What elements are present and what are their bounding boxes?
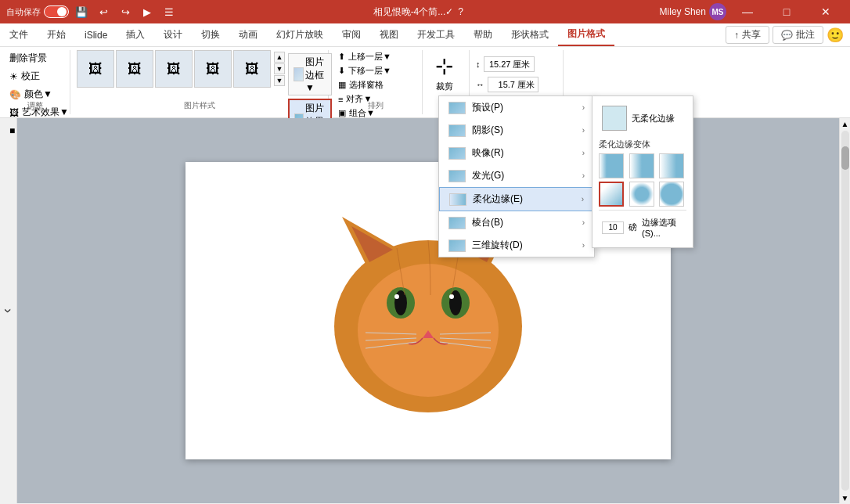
preset-label: 预设(P) <box>472 101 503 114</box>
soft-edge-variant-2[interactable] <box>629 153 654 178</box>
document-title: 相见恨晚-4个简...✓ <box>373 5 454 19</box>
minimize-button[interactable]: — <box>729 0 765 23</box>
tab-help[interactable]: 帮助 <box>464 23 502 46</box>
shadow-icon <box>448 124 466 137</box>
autosave-label: 自动保存 <box>6 6 41 18</box>
style-thumb-3[interactable]: 🖼 <box>155 50 193 88</box>
scroll-more-button[interactable]: ▼ <box>274 75 285 86</box>
present-icon[interactable]: ▶ <box>139 4 155 20</box>
reflection-icon <box>448 147 466 160</box>
tab-devtools[interactable]: 开发工具 <box>408 23 464 46</box>
tab-switch[interactable]: 切换 <box>192 23 229 46</box>
left-panel[interactable]: › <box>0 118 17 503</box>
edge-option-row[interactable]: 磅 边缘选项(S)... <box>599 214 686 241</box>
picture-border-button[interactable]: 图片边框▼ <box>288 53 332 95</box>
tab-start[interactable]: 开始 <box>38 23 75 46</box>
undo-icon[interactable]: ↩ <box>95 4 111 20</box>
correct-label: 校正 <box>21 70 40 83</box>
crop-button[interactable]: ⊹ 裁剪 <box>429 50 459 95</box>
soft-edge-variant-5[interactable] <box>629 182 654 207</box>
redo-icon[interactable]: ↪ <box>117 4 133 20</box>
autosave-area: 自动保存 <box>6 5 69 18</box>
maximize-button[interactable]: □ <box>769 0 805 23</box>
menu-item-3d-rotation[interactable]: 三维旋转(D) › <box>439 234 594 257</box>
style-thumb-4[interactable]: 🖼 <box>194 50 232 88</box>
comment-button[interactable]: 💬 批注 <box>773 26 823 44</box>
style-thumb-5[interactable]: 🖼 <box>233 50 271 88</box>
scroll-down-button[interactable]: ▼ <box>840 492 851 503</box>
user-area: Miley Shen MS <box>660 3 726 20</box>
height-icon: ↕ <box>476 59 481 69</box>
soft-edge-variant-6[interactable] <box>659 182 684 207</box>
menu-item-bevel[interactable]: 棱台(B) › <box>439 211 594 234</box>
main-area: › <box>0 118 850 503</box>
style-thumbnails: 🖼 🖼 🖼 🖼 🖼 ▲ ▼ ▼ <box>77 50 285 88</box>
tab-design[interactable]: 设计 <box>154 23 192 46</box>
tab-view[interactable]: 视图 <box>370 23 408 46</box>
height-input[interactable] <box>484 56 535 72</box>
glow-chevron: › <box>582 171 585 180</box>
toolbar-icons: 💾 ↩ ↪ ▶ ☰ <box>74 4 177 20</box>
soft-edge-label: 柔化边缘(E) <box>473 193 523 206</box>
user-avatar: MS <box>709 3 726 20</box>
width-input[interactable] <box>488 77 538 92</box>
titlebar: 自动保存 💾 ↩ ↪ ▶ ☰ 相见恨晚-4个简...✓ ? Miley Shen… <box>0 0 850 23</box>
titlebar-right: Miley Shen MS — □ ✕ <box>660 0 844 23</box>
edge-unit: 磅 <box>628 221 637 233</box>
save-icon[interactable]: 💾 <box>74 4 89 20</box>
tab-review[interactable]: 审阅 <box>333 23 370 46</box>
soft-edge-variant-3[interactable] <box>659 153 684 178</box>
up-layer-button[interactable]: ⬆ 上移一层▼ <box>335 50 394 63</box>
menu-item-soft-edge[interactable]: 柔化边缘(E) › <box>439 187 594 211</box>
3d-label: 三维旋转(D) <box>472 239 523 252</box>
emoji-icon: 🙂 <box>827 27 844 44</box>
group-adjust: 删除背景 ☀ 校正 🎨 颜色▼ 🖼 艺术效果▼ ■ 透明度▼ <box>0 50 70 114</box>
up-layer-icon: ⬆ <box>338 52 345 62</box>
tab-file[interactable]: 文件 <box>0 23 38 46</box>
menu-item-shadow[interactable]: 阴影(S) › <box>439 119 594 142</box>
edge-size-input[interactable] <box>602 221 624 234</box>
style-thumb-2[interactable]: 🖼 <box>116 50 153 88</box>
help-icon[interactable]: ? <box>458 6 463 17</box>
correct-button[interactable]: ☀ 校正 <box>6 68 43 85</box>
soft-edge-variant-4[interactable] <box>599 182 624 207</box>
arrange-title: 排列 <box>329 100 422 111</box>
picture-effects-dropdown: 预设(P) › 阴影(S) › 映像(R) › 发光(G) › 柔化边缘(E) … <box>438 95 595 257</box>
style-thumb-1[interactable]: 🖼 <box>77 50 114 88</box>
toggle-knob <box>57 7 67 16</box>
right-scrollbar: ▲ ▼ <box>839 118 850 503</box>
menu-item-glow[interactable]: 发光(G) › <box>439 164 594 187</box>
tab-animation[interactable]: 动画 <box>229 23 267 46</box>
tab-slideshow[interactable]: 幻灯片放映 <box>267 23 333 46</box>
scroll-down-button[interactable]: ▼ <box>274 63 285 74</box>
up-layer-label: 上移一层▼ <box>348 51 391 63</box>
scroll-up-button[interactable]: ▲ <box>274 52 285 63</box>
soft-edge-variant-1[interactable] <box>599 153 624 178</box>
3d-icon <box>448 239 466 252</box>
menu-item-preset[interactable]: 预设(P) › <box>439 96 594 119</box>
scroll-thumb[interactable] <box>841 146 849 170</box>
remove-bg-button[interactable]: 删除背景 <box>6 50 50 67</box>
tab-picture-format[interactable]: 图片格式 <box>558 23 614 46</box>
tab-shape-format[interactable]: 形状格式 <box>502 23 558 46</box>
close-button[interactable]: ✕ <box>808 0 844 23</box>
menu-item-reflection[interactable]: 映像(R) › <box>439 142 594 164</box>
shadow-chevron: › <box>582 126 585 135</box>
share-button[interactable]: ↑ 共享 <box>726 26 769 44</box>
share-label: 共享 <box>742 28 761 41</box>
no-soft-edge-thumb[interactable] <box>602 106 627 131</box>
scroll-up-button[interactable]: ▲ <box>840 118 851 129</box>
soft-edge-chevron: › <box>582 195 584 203</box>
no-soft-edge-label: 无柔化边缘 <box>632 113 675 124</box>
border-icon <box>294 67 304 81</box>
autosave-toggle[interactable] <box>44 5 69 18</box>
down-layer-button[interactable]: ⬇ 下移一层▼ <box>335 64 394 77</box>
select-pane-button[interactable]: ▦ 选择窗格 <box>335 78 387 92</box>
width-icon: ↔ <box>476 80 484 89</box>
titlebar-center: 相见恨晚-4个简...✓ ? <box>373 5 463 19</box>
custom-icon[interactable]: ☰ <box>161 4 177 20</box>
comment-label: 批注 <box>796 28 815 41</box>
tab-islide[interactable]: iSlide <box>75 23 117 46</box>
color-icon: 🎨 <box>9 89 21 100</box>
tab-insert[interactable]: 插入 <box>117 23 154 46</box>
